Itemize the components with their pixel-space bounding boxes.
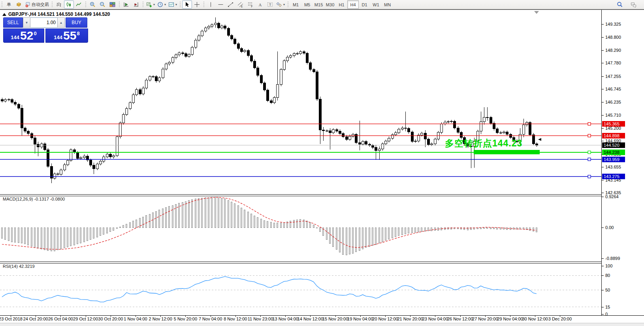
timeframe-m5[interactable]: M5	[301, 0, 313, 9]
date-label: 2 Nov 12:00	[149, 317, 172, 321]
sell-button[interactable]: SELL	[3, 17, 23, 28]
timeframe-w1[interactable]: W1	[370, 0, 382, 9]
last-price-arrow-icon	[538, 138, 541, 141]
text-label-button[interactable]: T	[265, 0, 275, 9]
axis-tick-mark	[602, 314, 604, 315]
add-indicator-button[interactable]: ▾	[145, 0, 156, 9]
date-label: 3 Dec 20:00	[548, 317, 572, 321]
horizontal-line-button[interactable]	[216, 0, 226, 9]
vertical-line-button[interactable]	[206, 0, 216, 9]
chevron-down-icon[interactable]: ▾	[164, 3, 166, 6]
main-price-chart[interactable]	[0, 10, 601, 194]
axis-separator-line	[601, 10, 602, 315]
gold-chart-button[interactable]	[14, 0, 24, 9]
zoom-out-button[interactable]	[98, 0, 107, 9]
price-tag-144.520: 144.520	[602, 142, 625, 148]
svg-text:E: E	[241, 5, 243, 8]
candles-icon	[66, 2, 72, 8]
axis-tick-mark	[602, 307, 604, 307]
macd-signal-line	[2, 197, 537, 250]
axis-tick-mark	[602, 193, 604, 193]
date-tick	[560, 315, 560, 317]
sell-price-panel[interactable]: 144 52 0	[3, 28, 44, 43]
pivot-annotation-text[interactable]: 多空转折点144.23	[445, 137, 522, 150]
date-label: 29 Oct 12:00	[73, 317, 98, 321]
chat-button[interactable]	[629, 0, 638, 9]
cursor-button[interactable]	[182, 0, 192, 9]
chevron-down-icon[interactable]: ▾	[175, 3, 177, 6]
price-axis-label: 148.290	[605, 48, 621, 53]
pivot-highlight-bar[interactable]	[474, 150, 540, 154]
chat-icon	[631, 2, 636, 8]
volume-input[interactable]	[30, 17, 57, 28]
timeframe-h4[interactable]: H4	[347, 0, 359, 9]
gold-icon	[16, 2, 22, 8]
trendline-button[interactable]	[226, 0, 235, 9]
date-tick	[86, 315, 86, 317]
timeframe-m1[interactable]: M1	[290, 0, 301, 9]
auto-scroll-button[interactable]	[121, 0, 131, 9]
volume-increase-button[interactable]: ▲	[57, 17, 65, 28]
date-label: 21 Nov 20:00	[397, 317, 423, 321]
template-icon	[168, 2, 174, 8]
timeframe-mn[interactable]: MN	[382, 0, 393, 9]
buy-button[interactable]: BUY	[66, 17, 87, 28]
arrows-button[interactable]: ▾	[275, 0, 286, 9]
templates-button[interactable]: ▾	[167, 0, 178, 9]
chart-shift-button[interactable]	[131, 0, 141, 9]
date-tick	[60, 315, 61, 317]
timeframe-m15[interactable]: M15	[313, 0, 324, 9]
crosshair-button[interactable]	[192, 0, 202, 9]
rsi-line	[2, 277, 537, 302]
candlestick-button[interactable]	[64, 0, 74, 9]
timeframe-h1[interactable]: H1	[336, 0, 347, 9]
tiles-icon	[109, 2, 115, 8]
buy-price-panel[interactable]: 144 55 8	[45, 28, 88, 43]
price-axis[interactable]: 149.325148.800148.290147.780147.255146.7…	[602, 10, 644, 315]
axis-tick-mark	[602, 128, 604, 129]
text-button[interactable]: A	[255, 0, 265, 9]
shapes-icon	[276, 2, 282, 8]
date-label: 5 Nov 20:00	[174, 317, 197, 321]
date-label: 30 Oct 20:00	[98, 317, 123, 321]
volume-decrease-button[interactable]: ▼	[23, 17, 30, 28]
date-tick	[235, 315, 236, 317]
axis-tick-mark	[602, 102, 604, 102]
autotrading-button[interactable]: 自动交易	[24, 0, 50, 9]
date-tick	[36, 315, 36, 317]
axis-tick-mark	[602, 167, 604, 167]
line-chart-button[interactable]	[74, 0, 84, 9]
axis-tick-mark	[602, 63, 604, 63]
rsi-axis-label: 15	[605, 305, 610, 309]
price-tag-144.238: 144.238	[602, 150, 625, 155]
svg-text:F: F	[251, 5, 253, 8]
sell-price-sup: 0	[34, 30, 36, 36]
zoom-in-button[interactable]	[88, 0, 98, 9]
rsi-pane[interactable]	[0, 263, 601, 315]
time-axis[interactable]: 23 Oct 201824 Oct 20:0026 Oct 04:0029 Oc…	[0, 316, 644, 323]
timeframe-d1[interactable]: D1	[359, 0, 370, 9]
bar-chart-button[interactable]	[54, 0, 64, 9]
channel-button[interactable]: E	[235, 0, 245, 9]
vline-icon	[208, 2, 214, 8]
macd-pane[interactable]	[0, 196, 601, 262]
axis-tick-mark	[602, 141, 604, 141]
axis-tick-mark	[602, 227, 604, 228]
svg-text:A: A	[259, 2, 262, 7]
buy-price-main: 55	[63, 30, 76, 42]
timeframe-m30[interactable]: M30	[324, 0, 336, 9]
new-order-button[interactable]: 单	[4, 0, 14, 9]
date-label: 24 Oct 20:00	[23, 317, 48, 321]
fibonacci-button[interactable]: F	[245, 0, 255, 9]
date-label: 20 Nov 12:00	[372, 317, 398, 321]
chevron-down-icon[interactable]: ▾	[283, 3, 285, 6]
toolbar-search-button[interactable]	[615, 0, 625, 9]
date-label: 15 Nov 20:00	[322, 317, 348, 321]
date-label: 1 Nov 04:00	[124, 317, 147, 321]
date-label: 11 Nov 23:00	[248, 317, 273, 321]
toolbar-separator	[85, 2, 87, 8]
tile-windows-button[interactable]	[107, 0, 117, 9]
periods-button[interactable]: ▾	[156, 0, 167, 9]
price-tag-144.898: 144.898	[602, 133, 625, 138]
chevron-down-icon[interactable]: ▾	[153, 3, 155, 6]
